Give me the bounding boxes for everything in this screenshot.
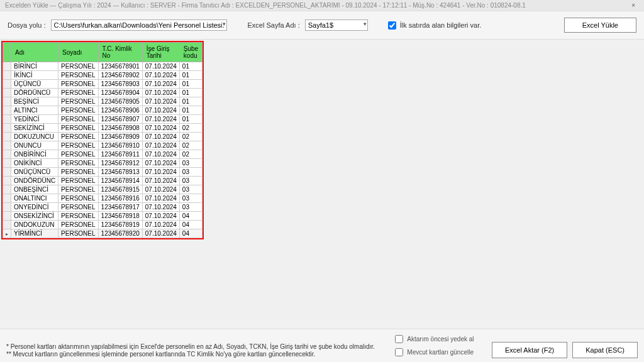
cell-adi[interactable]: İKİNCİ	[11, 71, 58, 80]
cell-soyadi[interactable]: PERSONEL	[58, 212, 98, 221]
cell-ise[interactable]: 07.10.2024	[142, 89, 179, 97]
cell-adi[interactable]: ÜÇÜNCÜ	[11, 80, 58, 89]
cell-adi[interactable]: ONBİRİNCİ	[11, 150, 58, 159]
cell-sube[interactable]: 02	[179, 124, 202, 133]
cell-sube[interactable]: 01	[179, 71, 202, 80]
table-row[interactable]: ONALTINCIPERSONEL1234567891607.10.202403	[3, 194, 203, 203]
cell-tc[interactable]: 12345678915	[98, 185, 142, 194]
opt-update[interactable]: Mevcut kartları güncelle	[392, 346, 474, 358]
path-dropdown-icon[interactable]: ▾	[223, 21, 226, 27]
cell-sube[interactable]: 02	[179, 150, 202, 159]
cell-soyadi[interactable]: PERSONEL	[58, 115, 98, 124]
cell-tc[interactable]: 12345678901	[98, 62, 142, 71]
col-header-soyadi[interactable]: Soyadı	[58, 43, 98, 62]
cell-adi[interactable]: ONDOKUZUN	[11, 221, 58, 229]
cell-ise[interactable]: 07.10.2024	[142, 221, 179, 229]
cell-tc[interactable]: 12345678908	[98, 124, 142, 133]
sheet-input[interactable]	[305, 19, 368, 31]
cell-sube[interactable]: 04	[179, 212, 202, 221]
cell-tc[interactable]: 12345678919	[98, 221, 142, 229]
cell-adi[interactable]: SEKİZİNCİ	[11, 124, 58, 133]
col-header-ise[interactable]: İşe Giriş Tarihi	[142, 43, 179, 62]
cell-adi[interactable]: YİRMİNCİ	[11, 229, 58, 238]
cell-ise[interactable]: 07.10.2024	[142, 115, 179, 124]
transfer-button[interactable]: Excel Aktar (F2)	[492, 342, 567, 358]
row-selector[interactable]	[3, 80, 11, 89]
cell-ise[interactable]: 07.10.2024	[142, 141, 179, 150]
cell-adi[interactable]: ALTINCI	[11, 106, 58, 115]
cell-adi[interactable]: ONDÖRDÜNC	[11, 177, 58, 185]
cell-soyadi[interactable]: PERSONEL	[58, 89, 98, 97]
cell-ise[interactable]: 07.10.2024	[142, 133, 179, 141]
cell-soyadi[interactable]: PERSONEL	[58, 133, 98, 141]
row-selector[interactable]	[3, 185, 11, 194]
cell-soyadi[interactable]: PERSONEL	[58, 124, 98, 133]
opt-update-checkbox[interactable]	[395, 348, 403, 356]
cell-ise[interactable]: 07.10.2024	[142, 124, 179, 133]
cell-sube[interactable]: 03	[179, 177, 202, 185]
cell-tc[interactable]: 12345678902	[98, 71, 142, 80]
cell-tc[interactable]: 12345678911	[98, 150, 142, 159]
cell-adi[interactable]: ONALTINCI	[11, 194, 58, 203]
cell-adi[interactable]: ONBEŞİNCİ	[11, 185, 58, 194]
cell-adi[interactable]: ONYEDİNCİ	[11, 203, 58, 212]
col-header-tc[interactable]: T.C. Kimlik No	[98, 43, 142, 62]
close-button[interactable]: Kapat (ESC)	[572, 342, 638, 358]
opt-backup[interactable]: Aktarım öncesi yedek al	[392, 333, 474, 345]
load-button[interactable]: Excel Yükle	[564, 18, 636, 33]
cell-soyadi[interactable]: PERSONEL	[58, 106, 98, 115]
row-selector[interactable]	[3, 71, 11, 80]
row-selector[interactable]	[3, 221, 11, 229]
row-selector[interactable]	[3, 115, 11, 124]
row-selector[interactable]	[3, 62, 11, 71]
cell-ise[interactable]: 07.10.2024	[142, 212, 179, 221]
cell-sube[interactable]: 02	[179, 141, 202, 150]
cell-soyadi[interactable]: PERSONEL	[58, 229, 98, 238]
cell-tc[interactable]: 12345678906	[98, 106, 142, 115]
cell-tc[interactable]: 12345678907	[98, 115, 142, 124]
table-row[interactable]: ONYEDİNCİPERSONEL1234567891707.10.202403	[3, 203, 203, 212]
cell-adi[interactable]: BİRİNCİ	[11, 62, 58, 71]
cell-sube[interactable]: 03	[179, 203, 202, 212]
table-row[interactable]: ÜÇÜNCÜPERSONEL1234567890307.10.202401	[3, 80, 203, 89]
opt-backup-checkbox[interactable]	[395, 335, 403, 343]
cell-sube[interactable]: 01	[179, 115, 202, 124]
cell-sube[interactable]: 03	[179, 159, 202, 168]
close-icon[interactable]: ×	[628, 2, 639, 9]
cell-ise[interactable]: 07.10.2024	[142, 71, 179, 80]
cell-ise[interactable]: 07.10.2024	[142, 168, 179, 177]
cell-tc[interactable]: 12345678903	[98, 80, 142, 89]
table-row[interactable]: DÖRDÜNCÜPERSONEL1234567890407.10.202401	[3, 89, 203, 97]
table-row[interactable]: SEKİZİNCİPERSONEL1234567890807.10.202402	[3, 124, 203, 133]
cell-soyadi[interactable]: PERSONEL	[58, 150, 98, 159]
table-row[interactable]: YİRMİNCİPERSONEL1234567892007.10.202404	[3, 229, 203, 238]
row-selector[interactable]	[3, 133, 11, 141]
cell-tc[interactable]: 12345678909	[98, 133, 142, 141]
cell-soyadi[interactable]: PERSONEL	[58, 97, 98, 106]
table-row[interactable]: YEDİNCİPERSONEL1234567890707.10.202401	[3, 115, 203, 124]
cell-sube[interactable]: 01	[179, 97, 202, 106]
cell-tc[interactable]: 12345678910	[98, 141, 142, 150]
row-selector[interactable]	[3, 203, 11, 212]
cell-adi[interactable]: YEDİNCİ	[11, 115, 58, 124]
col-header-adi[interactable]: Adı	[11, 43, 58, 62]
row-selector[interactable]	[3, 97, 11, 106]
cell-ise[interactable]: 07.10.2024	[142, 229, 179, 238]
table-row[interactable]: ONDÖRDÜNCPERSONEL1234567891407.10.202403	[3, 177, 203, 185]
cell-ise[interactable]: 07.10.2024	[142, 97, 179, 106]
cell-sube[interactable]: 01	[179, 80, 202, 89]
cell-sube[interactable]: 01	[179, 62, 202, 71]
cell-sube[interactable]: 04	[179, 229, 202, 238]
cell-tc[interactable]: 12345678918	[98, 212, 142, 221]
cell-ise[interactable]: 07.10.2024	[142, 177, 179, 185]
cell-soyadi[interactable]: PERSONEL	[58, 80, 98, 89]
cell-adi[interactable]: BEŞİNCİ	[11, 97, 58, 106]
data-table[interactable]: Adı Soyadı T.C. Kimlik No İşe Giriş Tari…	[3, 42, 203, 238]
table-row[interactable]: İKİNCİPERSONEL1234567890207.10.202401	[3, 71, 203, 80]
cell-ise[interactable]: 07.10.2024	[142, 80, 179, 89]
cell-adi[interactable]: ONÜÇÜNCÜ	[11, 168, 58, 177]
cell-tc[interactable]: 12345678904	[98, 89, 142, 97]
cell-soyadi[interactable]: PERSONEL	[58, 185, 98, 194]
cell-adi[interactable]: ONİKİNCİ	[11, 159, 58, 168]
table-row[interactable]: ALTINCIPERSONEL1234567890607.10.202401	[3, 106, 203, 115]
